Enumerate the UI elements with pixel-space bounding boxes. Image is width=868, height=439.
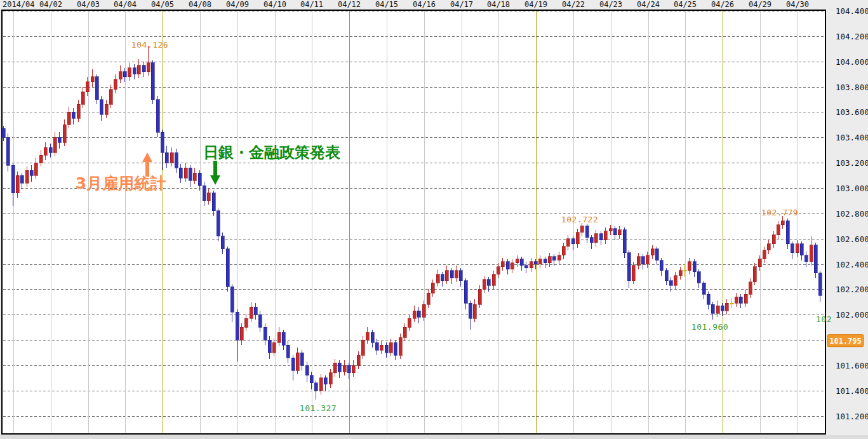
candle-body [151, 63, 154, 100]
candle-body [324, 378, 327, 384]
bottom-strip [0, 435, 868, 439]
candle-body [77, 104, 80, 118]
y-axis-label: 103.200 [836, 158, 868, 168]
candle-body [147, 63, 150, 72]
candle-body [777, 225, 780, 235]
candle-body [749, 282, 752, 295]
candle-body [380, 345, 383, 350]
x-axis-label: 04/24 [637, 0, 660, 9]
candle-body [459, 271, 462, 281]
candle-body [240, 327, 243, 340]
candle-body [217, 211, 220, 236]
candle-body [39, 155, 43, 163]
candle-body [627, 253, 631, 281]
chart-window: 2014/0404/0204/0304/0404/0504/0804/0904/… [0, 0, 868, 439]
x-axis-label: 04/23 [599, 0, 622, 9]
candle-body [119, 72, 122, 79]
y-axis-label: 102.600 [836, 234, 868, 244]
candle-body [711, 304, 714, 313]
candle-body [786, 221, 789, 244]
event-annotation-text: 3月雇用統計 [76, 174, 166, 192]
candle-body [156, 100, 159, 133]
candle-body [193, 173, 196, 180]
candle-body [753, 267, 756, 282]
candle-body [725, 303, 728, 311]
y-axis-label: 104.400 [836, 6, 868, 16]
candle-body [357, 355, 360, 365]
x-axis-label: 04/17 [450, 0, 473, 9]
candle-body [133, 68, 136, 74]
candle-body [11, 165, 15, 193]
candle-body [100, 100, 103, 115]
candle-body [511, 263, 514, 269]
low-price-label: 101.960 [691, 322, 728, 332]
candle-body [198, 173, 201, 186]
candle-body [361, 340, 364, 355]
candle-body [796, 244, 799, 253]
candle-body [137, 65, 140, 74]
candle-body [286, 345, 290, 358]
y-axis-label: 103.000 [836, 184, 868, 193]
candle-body [203, 186, 206, 201]
candle-body [487, 280, 490, 286]
candle-body [445, 271, 448, 281]
candle-body [230, 287, 234, 312]
x-axis-label: 04/10 [264, 0, 286, 9]
candle-body [441, 274, 444, 281]
low-price-label: 102 [816, 314, 832, 324]
x-axis-label: 04/09 [226, 0, 249, 9]
x-axis-label: 04/12 [338, 0, 361, 9]
candle-body [86, 82, 89, 92]
candle-body [436, 274, 439, 283]
candle-body [590, 238, 593, 243]
candle-body [20, 175, 23, 183]
y-axis-label: 103.600 [836, 107, 868, 117]
candle-body [250, 307, 253, 318]
x-axis-label: 04/30 [786, 0, 809, 9]
candle-body [394, 342, 397, 355]
candle-body [492, 274, 495, 286]
candle-body [105, 104, 108, 114]
y-axis-label: 104.000 [836, 57, 868, 67]
candle-body [646, 255, 649, 264]
candle-body [730, 303, 733, 304]
candle-body [49, 147, 52, 152]
candle-body [184, 168, 187, 178]
x-axis-label: 04/02 [39, 0, 62, 9]
candle-body [632, 266, 635, 281]
candle-body [385, 345, 388, 353]
candle-body [319, 378, 323, 391]
candle-body [44, 147, 47, 155]
candle-body [72, 112, 75, 118]
candle-body [427, 293, 430, 304]
candle-body [818, 273, 822, 296]
candle-body [161, 132, 164, 152]
candle-body [571, 239, 575, 244]
candle-body [744, 294, 747, 303]
candle-body [123, 72, 126, 77]
high-price-label: 102.779 [761, 208, 798, 217]
x-axis-label: 04/18 [487, 0, 510, 9]
candle-body [207, 193, 210, 201]
candle-body [63, 125, 66, 142]
candle-body [716, 306, 719, 313]
candle-body [679, 271, 682, 276]
candle-body [585, 226, 589, 238]
y-axis-label: 102.200 [836, 285, 868, 294]
candle-body [371, 332, 374, 342]
candle-body [34, 163, 37, 175]
x-axis-label: 04/25 [674, 0, 697, 9]
candle-body [296, 353, 299, 370]
x-axis-label: 04/19 [524, 0, 547, 9]
candle-body [665, 271, 668, 281]
candle-body [763, 250, 766, 259]
x-axis-label: 2014/04 [3, 0, 35, 9]
low-price-label: 101.327 [300, 403, 337, 413]
candle-body [314, 383, 317, 391]
candle-body [534, 262, 537, 264]
candle-body [413, 311, 416, 318]
candle-body [473, 304, 476, 318]
candle-body [609, 229, 612, 231]
candle-body [221, 236, 224, 249]
candle-body [618, 230, 621, 235]
